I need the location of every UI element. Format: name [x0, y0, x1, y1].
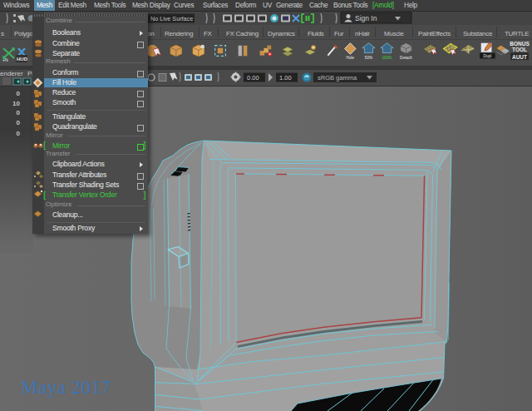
- svg-text:Sign In: Sign In: [355, 14, 377, 22]
- svg-text:HUD: HUD: [17, 57, 28, 62]
- svg-text:Hole: Hole: [347, 56, 355, 60]
- svg-text:No Live Surface: No Live Surface: [150, 15, 193, 22]
- svg-text:Dupl: Dupl: [484, 54, 492, 58]
- svg-text:1.00: 1.00: [279, 74, 292, 82]
- svg-text:Detach: Detach: [400, 56, 412, 60]
- svg-text:AUUT: AUUT: [512, 54, 527, 60]
- svg-text:enderer: enderer: [0, 70, 23, 77]
- svg-text:50%: 50%: [365, 56, 372, 60]
- svg-text:sRGB gamma: sRGB gamma: [318, 74, 357, 82]
- svg-text:0.00: 0.00: [247, 74, 259, 82]
- svg-text:100%: 100%: [382, 56, 392, 60]
- svg-text:TOOL: TOOL: [512, 47, 527, 52]
- svg-text:+N: +N: [2, 57, 8, 62]
- svg-text:BONUS: BONUS: [510, 41, 530, 47]
